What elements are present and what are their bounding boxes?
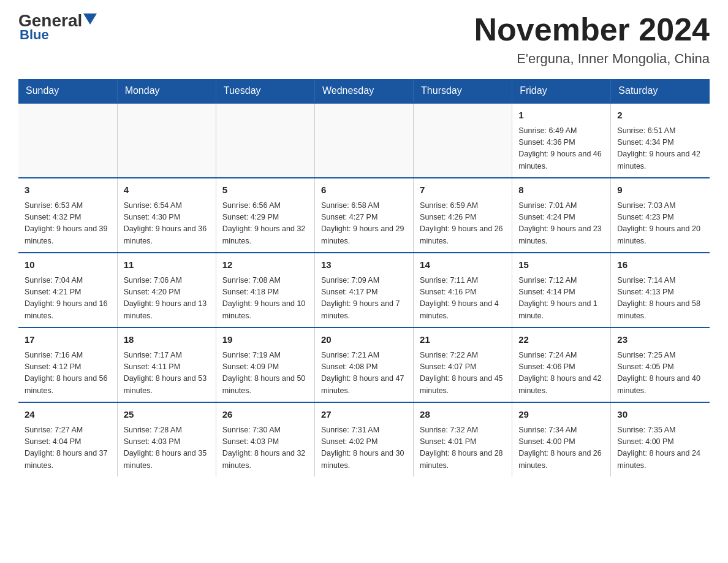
calendar-day-cell: 23Sunrise: 7:25 AMSunset: 4:05 PMDayligh…: [611, 327, 710, 402]
day-number: 11: [124, 258, 210, 272]
day-number: 15: [518, 258, 604, 272]
calendar-day-cell: 7Sunrise: 6:59 AMSunset: 4:26 PMDaylight…: [414, 178, 512, 253]
day-number: 16: [617, 258, 703, 272]
sun-info: Sunrise: 7:09 AMSunset: 4:17 PMDaylight:…: [321, 275, 407, 323]
calendar-day-cell: 24Sunrise: 7:27 AMSunset: 4:04 PMDayligh…: [18, 402, 117, 477]
day-number: 7: [420, 183, 506, 197]
sun-info: Sunrise: 7:28 AMSunset: 4:03 PMDaylight:…: [124, 424, 210, 472]
svg-marker-0: [83, 13, 97, 25]
day-number: 6: [321, 183, 407, 197]
calendar-day-cell: 5Sunrise: 6:56 AMSunset: 4:29 PMDaylight…: [216, 178, 314, 253]
day-number: 8: [518, 183, 604, 197]
sun-info: Sunrise: 7:16 AMSunset: 4:12 PMDaylight:…: [25, 350, 111, 397]
sun-info: Sunrise: 7:06 AMSunset: 4:20 PMDaylight:…: [124, 275, 210, 323]
sun-info: Sunrise: 6:51 AMSunset: 4:34 PMDaylight:…: [617, 125, 703, 173]
month-title: November 2024: [474, 12, 710, 47]
sun-info: Sunrise: 7:32 AMSunset: 4:01 PMDaylight:…: [420, 424, 506, 472]
calendar-day-cell: 10Sunrise: 7:04 AMSunset: 4:21 PMDayligh…: [18, 253, 117, 327]
day-of-week-header: Friday: [512, 79, 611, 103]
calendar-day-cell: 15Sunrise: 7:12 AMSunset: 4:14 PMDayligh…: [512, 253, 611, 327]
sun-info: Sunrise: 7:31 AMSunset: 4:02 PMDaylight:…: [321, 424, 407, 472]
calendar-week-row: 17Sunrise: 7:16 AMSunset: 4:12 PMDayligh…: [18, 327, 710, 402]
day-number: 17: [25, 333, 111, 347]
calendar-day-cell: 20Sunrise: 7:21 AMSunset: 4:08 PMDayligh…: [314, 327, 413, 402]
day-of-week-header: Monday: [117, 79, 216, 103]
sun-info: Sunrise: 7:03 AMSunset: 4:23 PMDaylight:…: [617, 200, 703, 248]
sun-info: Sunrise: 7:24 AMSunset: 4:06 PMDaylight:…: [518, 350, 604, 397]
day-number: 30: [617, 408, 703, 422]
day-number: 19: [222, 333, 308, 347]
day-of-week-header: Sunday: [18, 79, 117, 103]
day-number: 18: [124, 333, 210, 347]
calendar-day-cell: 22Sunrise: 7:24 AMSunset: 4:06 PMDayligh…: [512, 327, 611, 402]
sun-info: Sunrise: 7:17 AMSunset: 4:11 PMDaylight:…: [124, 350, 210, 397]
sun-info: Sunrise: 6:58 AMSunset: 4:27 PMDaylight:…: [321, 200, 407, 248]
calendar-table: SundayMondayTuesdayWednesdayThursdayFrid…: [18, 79, 710, 477]
sun-info: Sunrise: 6:56 AMSunset: 4:29 PMDaylight:…: [222, 200, 308, 248]
day-number: 26: [222, 408, 308, 422]
day-of-week-header: Tuesday: [216, 79, 314, 103]
sun-info: Sunrise: 7:11 AMSunset: 4:16 PMDaylight:…: [420, 275, 506, 323]
calendar-day-cell: 30Sunrise: 7:35 AMSunset: 4:00 PMDayligh…: [611, 402, 710, 477]
day-number: 3: [25, 183, 111, 197]
calendar-day-cell: 17Sunrise: 7:16 AMSunset: 4:12 PMDayligh…: [18, 327, 117, 402]
sun-info: Sunrise: 7:30 AMSunset: 4:03 PMDaylight:…: [222, 424, 308, 472]
title-section: November 2024 E'erguna, Inner Mongolia, …: [474, 12, 710, 67]
sun-info: Sunrise: 7:34 AMSunset: 4:00 PMDaylight:…: [518, 424, 604, 472]
day-of-week-header: Thursday: [414, 79, 512, 103]
day-number: 2: [617, 109, 703, 123]
sun-info: Sunrise: 7:08 AMSunset: 4:18 PMDaylight:…: [222, 275, 308, 323]
calendar-week-row: 24Sunrise: 7:27 AMSunset: 4:04 PMDayligh…: [18, 402, 710, 477]
sun-info: Sunrise: 7:19 AMSunset: 4:09 PMDaylight:…: [222, 350, 308, 397]
sun-info: Sunrise: 7:21 AMSunset: 4:08 PMDaylight:…: [321, 350, 407, 397]
calendar-day-cell: 4Sunrise: 6:54 AMSunset: 4:30 PMDaylight…: [117, 178, 216, 253]
calendar-day-cell: 29Sunrise: 7:34 AMSunset: 4:00 PMDayligh…: [512, 402, 611, 477]
day-number: 28: [420, 408, 506, 422]
sun-info: Sunrise: 7:14 AMSunset: 4:13 PMDaylight:…: [617, 275, 703, 323]
calendar-week-row: 1Sunrise: 6:49 AMSunset: 4:36 PMDaylight…: [18, 103, 710, 178]
day-number: 10: [25, 258, 111, 272]
day-number: 20: [321, 333, 407, 347]
calendar-day-cell: 16Sunrise: 7:14 AMSunset: 4:13 PMDayligh…: [611, 253, 710, 327]
calendar-day-cell: 6Sunrise: 6:58 AMSunset: 4:27 PMDaylight…: [314, 178, 413, 253]
calendar-day-cell: 27Sunrise: 7:31 AMSunset: 4:02 PMDayligh…: [314, 402, 413, 477]
calendar-day-cell: [117, 103, 216, 178]
sun-info: Sunrise: 7:01 AMSunset: 4:24 PMDaylight:…: [518, 200, 604, 248]
sun-info: Sunrise: 6:49 AMSunset: 4:36 PMDaylight:…: [518, 125, 604, 173]
sun-info: Sunrise: 6:54 AMSunset: 4:30 PMDaylight:…: [124, 200, 210, 248]
calendar-day-cell: [414, 103, 512, 178]
calendar-day-cell: 2Sunrise: 6:51 AMSunset: 4:34 PMDaylight…: [611, 103, 710, 178]
calendar-day-cell: 26Sunrise: 7:30 AMSunset: 4:03 PMDayligh…: [216, 402, 314, 477]
sun-info: Sunrise: 6:59 AMSunset: 4:26 PMDaylight:…: [420, 200, 506, 248]
calendar-day-cell: 1Sunrise: 6:49 AMSunset: 4:36 PMDaylight…: [512, 103, 611, 178]
day-number: 23: [617, 333, 703, 347]
calendar-week-row: 3Sunrise: 6:53 AMSunset: 4:32 PMDaylight…: [18, 178, 710, 253]
day-of-week-header: Wednesday: [314, 79, 413, 103]
sun-info: Sunrise: 7:04 AMSunset: 4:21 PMDaylight:…: [25, 275, 111, 323]
calendar-day-cell: 11Sunrise: 7:06 AMSunset: 4:20 PMDayligh…: [117, 253, 216, 327]
day-number: 4: [124, 183, 210, 197]
day-number: 13: [321, 258, 407, 272]
calendar-day-cell: 13Sunrise: 7:09 AMSunset: 4:17 PMDayligh…: [314, 253, 413, 327]
calendar-week-row: 10Sunrise: 7:04 AMSunset: 4:21 PMDayligh…: [18, 253, 710, 327]
calendar-day-cell: 12Sunrise: 7:08 AMSunset: 4:18 PMDayligh…: [216, 253, 314, 327]
sun-info: Sunrise: 6:53 AMSunset: 4:32 PMDaylight:…: [25, 200, 111, 248]
day-number: 29: [518, 408, 604, 422]
day-number: 14: [420, 258, 506, 272]
logo: General Blue: [18, 12, 97, 43]
page-header: General Blue November 2024 E'erguna, Inn…: [18, 12, 710, 67]
calendar-day-cell: 28Sunrise: 7:32 AMSunset: 4:01 PMDayligh…: [414, 402, 512, 477]
calendar-day-cell: 19Sunrise: 7:19 AMSunset: 4:09 PMDayligh…: [216, 327, 314, 402]
calendar-day-cell: [216, 103, 314, 178]
calendar-day-cell: [314, 103, 413, 178]
day-number: 21: [420, 333, 506, 347]
sun-info: Sunrise: 7:25 AMSunset: 4:05 PMDaylight:…: [617, 350, 703, 397]
calendar-day-cell: 14Sunrise: 7:11 AMSunset: 4:16 PMDayligh…: [414, 253, 512, 327]
day-of-week-header: Saturday: [611, 79, 710, 103]
day-number: 25: [124, 408, 210, 422]
sun-info: Sunrise: 7:35 AMSunset: 4:00 PMDaylight:…: [617, 424, 703, 472]
calendar-day-cell: 9Sunrise: 7:03 AMSunset: 4:23 PMDaylight…: [611, 178, 710, 253]
location-title: E'erguna, Inner Mongolia, China: [474, 51, 710, 67]
calendar-day-cell: 21Sunrise: 7:22 AMSunset: 4:07 PMDayligh…: [414, 327, 512, 402]
calendar-header-row: SundayMondayTuesdayWednesdayThursdayFrid…: [18, 79, 710, 103]
